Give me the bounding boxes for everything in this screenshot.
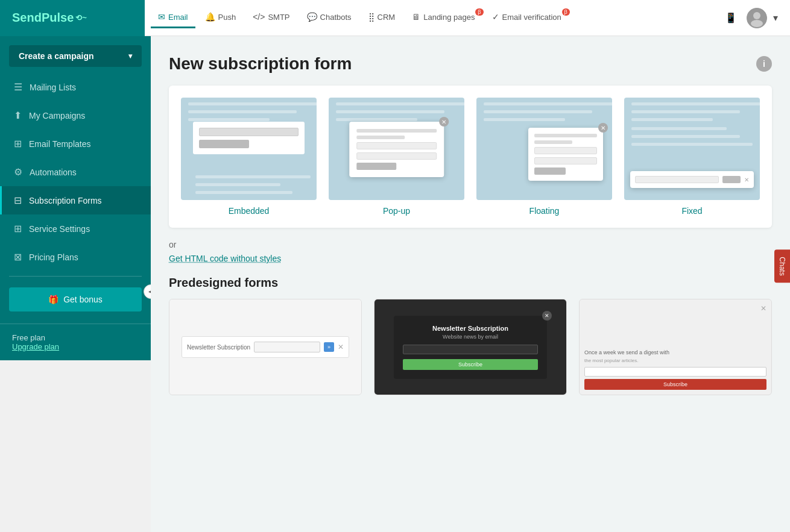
tab-push-label: Push xyxy=(218,13,236,22)
form-type-selector: Embedded ✕ xyxy=(169,86,772,228)
floating-line-2 xyxy=(534,140,572,144)
tab-email-verify[interactable]: ✓ Email verification β xyxy=(485,7,569,28)
sidebar-menu: ☰ Mailing Lists ⬆ My Campaigns ⊞ Email T… xyxy=(0,73,151,324)
bg-line-5 xyxy=(195,183,280,186)
tab-landing[interactable]: 🖥 Landing pages β xyxy=(405,7,482,28)
info-icon-button[interactable]: i xyxy=(756,56,772,72)
form-type-fixed[interactable]: ✕ Fixed xyxy=(624,98,760,216)
sidebar-item-mailing-lists[interactable]: ☰ Mailing Lists xyxy=(0,73,151,101)
popup-input-field xyxy=(356,142,437,149)
tab-smtp[interactable]: </> SMTP xyxy=(245,7,297,28)
sidebar-item-subscription-forms[interactable]: ⊟ Subscription Forms xyxy=(0,186,151,214)
popup-bg-line-2 xyxy=(336,110,444,113)
mini-fixed-input xyxy=(584,367,766,377)
automations-icon: ⚙ xyxy=(14,166,22,178)
sidebar-item-service-settings[interactable]: ⊞ Service Settings xyxy=(0,214,151,243)
fixed-bg-line-6 xyxy=(631,143,753,146)
tab-crm[interactable]: ⣿ CRM xyxy=(361,7,403,28)
predesigned-card-2[interactable]: ✕ Newsletter Subscription Website news b… xyxy=(374,299,567,395)
predesigned-card-1[interactable]: Newsletter Subscription » ✕ xyxy=(169,299,362,395)
mini-fixed-close-icon: ✕ xyxy=(760,304,766,313)
create-btn-label: Create a campaign xyxy=(19,51,94,61)
top-navigation: SendPulse ⟲~ ✉ Email 🔔 Push </> SMTP 💬 C… xyxy=(0,0,790,36)
embedded-label: Embedded xyxy=(229,206,270,216)
sidebar-item-my-campaigns[interactable]: ⬆ My Campaigns xyxy=(0,101,151,130)
popup-form-box: ✕ xyxy=(349,122,444,177)
mini-embedded-btn: » xyxy=(324,342,334,352)
embedded-preview xyxy=(181,98,317,200)
sidebar: Create a campaign ▾ ☰ Mailing Lists ⬆ My… xyxy=(0,36,151,360)
smtp-tab-icon: </> xyxy=(253,12,265,22)
floating-bg-line-3 xyxy=(484,118,565,121)
fixed-input-field xyxy=(635,176,719,183)
avatar-dropdown-icon[interactable]: ▾ xyxy=(773,12,778,23)
floating-line-1 xyxy=(534,134,597,137)
popup-bg-line-1 xyxy=(336,102,464,105)
mini-fixed-text1: Once a week we send a digest with xyxy=(584,349,766,355)
mini-popup-subscribe-btn[interactable]: Subscribe xyxy=(403,359,538,370)
bg-line-4 xyxy=(195,175,311,178)
service-settings-icon: ⊞ xyxy=(14,223,22,234)
create-btn-arrow: ▾ xyxy=(128,52,132,60)
tab-smtp-label: SMTP xyxy=(268,13,289,22)
form-type-popup[interactable]: ✕ Pop-up xyxy=(329,98,464,216)
chats-widget[interactable]: Chats xyxy=(774,249,790,283)
popup-preview: ✕ xyxy=(329,98,464,200)
floating-btn xyxy=(534,167,566,175)
pricing-plans-icon: ⊠ xyxy=(14,251,22,263)
main-layout: Create a campaign ▾ ☰ Mailing Lists ⬆ My… xyxy=(0,36,790,532)
push-tab-icon: 🔔 xyxy=(205,12,215,22)
sidebar-item-mailing-lists-label: Mailing Lists xyxy=(30,83,76,92)
floating-bg-line-2 xyxy=(484,110,592,113)
get-bonus-button[interactable]: 🎁 Get bonus xyxy=(9,287,142,311)
sidebar-item-pricing-plans-label: Pricing Plans xyxy=(29,252,78,262)
popup-line-2 xyxy=(356,136,405,139)
svg-point-2 xyxy=(751,20,763,27)
embedded-form-field xyxy=(199,128,299,136)
bg-line-3 xyxy=(188,118,270,121)
create-campaign-button[interactable]: Create a campaign ▾ xyxy=(9,45,142,67)
mini-popup-close-icon: ✕ xyxy=(542,311,552,321)
mini-fixed-bg-preview: ✕ Once a week we send a digest with the … xyxy=(580,299,771,395)
popup-submit-btn xyxy=(356,163,397,170)
fixed-bg-line-2 xyxy=(631,110,740,113)
sidebar-item-pricing-plans[interactable]: ⊠ Pricing Plans xyxy=(0,243,151,271)
fixed-bg-line-1 xyxy=(631,102,760,105)
form-type-embedded[interactable]: Embedded xyxy=(181,98,317,216)
form-type-floating[interactable]: ✕ Floating xyxy=(476,98,612,216)
sidebar-item-automations-label: Automations xyxy=(30,167,77,177)
tab-chatbots[interactable]: 💬 Chatbots xyxy=(300,7,359,28)
floating-bg-line-1 xyxy=(484,102,612,105)
user-avatar[interactable] xyxy=(747,8,767,28)
popup-bg-line-3 xyxy=(336,118,417,121)
floating-preview: ✕ xyxy=(476,98,612,200)
mini-embedded-close: ✕ xyxy=(338,343,344,351)
verify-beta-badge: β xyxy=(562,8,570,16)
popup-close-icon: ✕ xyxy=(439,117,449,127)
fixed-label: Fixed xyxy=(681,206,702,216)
brand-icon: ⟲~ xyxy=(75,13,87,22)
or-text: or xyxy=(169,240,772,249)
get-html-link[interactable]: Get HTML code without styles xyxy=(169,254,281,263)
bg-line-1 xyxy=(188,102,317,105)
sidebar-item-automations[interactable]: ⚙ Automations xyxy=(0,158,151,186)
predesigned-card-3[interactable]: ✕ Once a week we send a digest with the … xyxy=(579,299,772,395)
mini-fixed-subscribe-btn[interactable]: Subscribe xyxy=(584,379,766,390)
fixed-submit-btn xyxy=(722,176,741,183)
floating-input xyxy=(534,147,597,154)
upgrade-link[interactable]: Upgrade plan xyxy=(12,342,139,351)
sidebar-item-service-settings-label: Service Settings xyxy=(29,224,90,234)
get-bonus-label: Get bonus xyxy=(63,295,103,304)
svg-point-1 xyxy=(753,12,760,19)
tab-crm-label: CRM xyxy=(378,13,396,22)
sidebar-bottom: Free plan Upgrade plan xyxy=(0,324,151,360)
floating-label: Floating xyxy=(529,206,560,216)
my-campaigns-icon: ⬆ xyxy=(14,110,22,121)
tab-push[interactable]: 🔔 Push xyxy=(198,7,244,28)
mobile-icon-button[interactable]: 📱 xyxy=(721,8,741,28)
tab-email[interactable]: ✉ Email xyxy=(151,7,195,28)
fixed-preview: ✕ xyxy=(624,98,760,200)
chatbots-tab-icon: 💬 xyxy=(307,12,317,22)
sidebar-item-email-templates[interactable]: ⊞ Email Templates xyxy=(0,130,151,158)
brand-logo[interactable]: SendPulse ⟲~ xyxy=(0,0,145,36)
